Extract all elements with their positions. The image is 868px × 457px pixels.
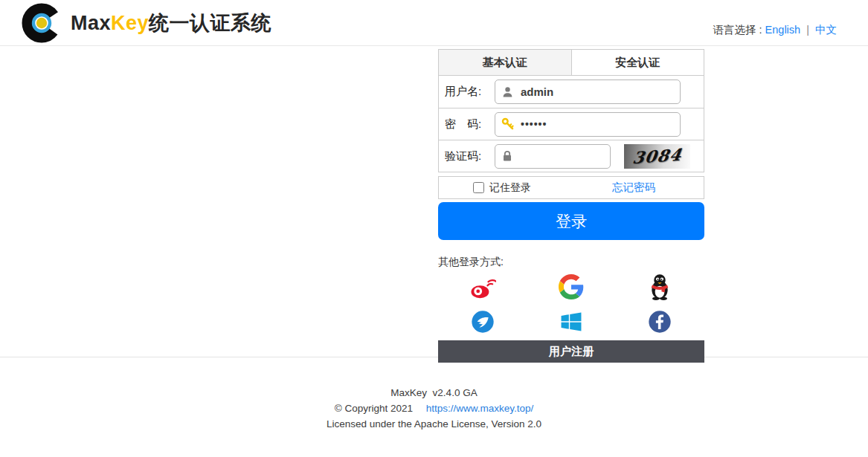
footer-license: Licensed under the Apache License, Versi…	[0, 416, 868, 432]
language-label: 语言选择 :	[713, 24, 762, 36]
remember-row: 记住登录 忘记密码	[438, 176, 704, 199]
username-row: 用户名:	[439, 76, 704, 108]
windows-icon[interactable]	[556, 307, 586, 337]
lock-icon	[501, 150, 513, 162]
language-english-link[interactable]: English	[765, 24, 801, 36]
captcha-row: 验证码: 3084	[439, 140, 704, 172]
brand-key: Key	[111, 12, 149, 34]
key-icon	[501, 117, 515, 131]
register-button[interactable]: 用户注册	[438, 340, 704, 363]
footer-copyright-line: © Copyright 2021 https://www.maxkey.top/	[0, 401, 868, 416]
qq-icon[interactable]	[645, 272, 675, 302]
username-input[interactable]	[495, 80, 681, 104]
password-label: 密 码:	[445, 117, 495, 132]
header: MaxKey统一认证系统 语言选择 : English | 中文	[0, 0, 868, 46]
footer: MaxKey v2.4.0 GA © Copyright 2021 https:…	[0, 357, 868, 432]
remember-label: 记住登录	[489, 181, 531, 195]
social-login-grid	[438, 272, 704, 337]
language-selector: 语言选择 : English | 中文	[713, 23, 838, 37]
remember-checkbox[interactable]	[473, 182, 484, 193]
page-title: MaxKey统一认证系统	[71, 10, 271, 36]
maxkey-logo-icon	[22, 3, 62, 46]
dingtalk-icon[interactable]	[468, 307, 498, 337]
captcha-image-text: 3084	[631, 145, 684, 167]
weibo-icon[interactable]	[468, 272, 498, 302]
brand-suffix: 统一认证系统	[149, 12, 271, 34]
login-panel: 基本认证 安全认证 用户名: 密 码:	[438, 49, 704, 363]
user-icon	[501, 85, 514, 98]
captcha-image[interactable]: 3084	[624, 144, 690, 169]
username-label: 用户名:	[445, 85, 495, 99]
brand-max: Max	[71, 12, 111, 34]
password-row: 密 码:	[439, 108, 704, 140]
footer-link[interactable]: https://www.maxkey.top/	[426, 403, 534, 414]
login-button[interactable]: 登录	[438, 202, 704, 240]
captcha-label: 验证码:	[445, 149, 495, 163]
facebook-icon[interactable]	[645, 307, 675, 337]
google-icon[interactable]	[556, 272, 586, 302]
footer-version: MaxKey v2.4.0 GA	[0, 385, 868, 401]
auth-tabs: 基本认证 安全认证	[438, 49, 704, 76]
login-fields: 用户名: 密 码:	[438, 76, 704, 172]
password-input[interactable]	[495, 112, 681, 137]
main-area: 基本认证 安全认证 用户名: 密 码:	[0, 46, 868, 357]
forgot-password-link[interactable]: 忘记密码	[612, 181, 655, 195]
tab-secure-auth[interactable]: 安全认证	[572, 50, 704, 75]
tab-basic-auth[interactable]: 基本认证	[439, 50, 572, 75]
language-separator: |	[806, 24, 809, 36]
footer-copyright: © Copyright 2021	[335, 403, 413, 414]
other-methods-label: 其他登录方式:	[438, 256, 704, 269]
language-chinese-link[interactable]: 中文	[815, 24, 837, 36]
